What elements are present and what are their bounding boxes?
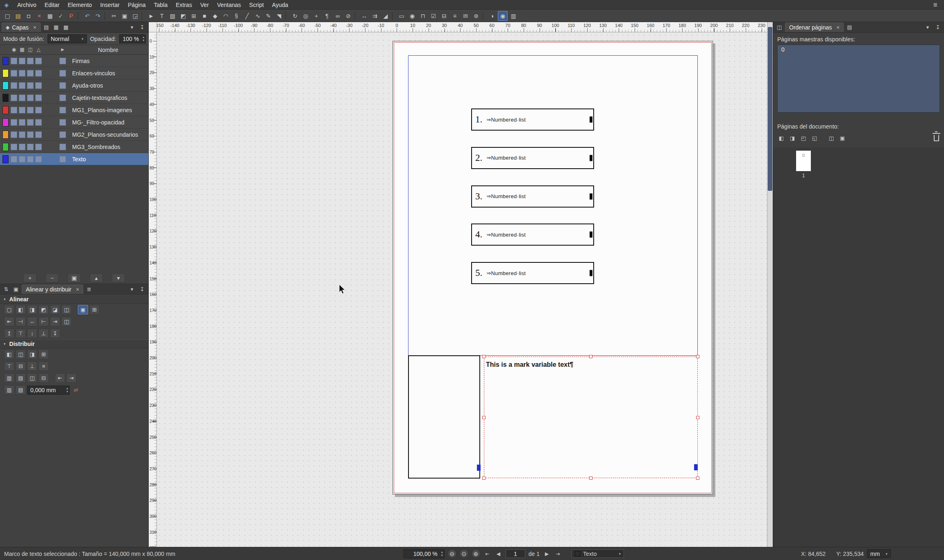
align-centers-vertically[interactable]: ↕ <box>27 329 37 338</box>
center-in-margins-horizontally[interactable]: ◫ <box>27 373 37 383</box>
align-top-to-bottom-of[interactable]: ↧ <box>50 329 60 338</box>
layer-checkbox[interactable] <box>35 82 42 89</box>
layer-checkbox[interactable] <box>19 144 25 150</box>
empty-text-frame[interactable] <box>408 355 480 479</box>
panel-doc-icon[interactable]: ▤ <box>42 23 51 32</box>
selection-handle[interactable] <box>589 355 592 358</box>
layer-checkbox[interactable] <box>19 131 25 138</box>
layer-checkbox[interactable] <box>59 107 66 113</box>
selection-handle[interactable] <box>589 476 592 480</box>
layer-checkbox[interactable] <box>11 82 17 89</box>
layer-checkbox[interactable] <box>19 156 25 163</box>
distribute-section-header[interactable]: ▾ Distribuir <box>0 339 148 348</box>
insert-shape-icon[interactable]: ■ <box>200 11 209 21</box>
insert-line-icon[interactable]: ╱ <box>242 11 252 21</box>
document-pages-area[interactable]: 1 <box>773 147 944 547</box>
distribute-right-sides[interactable]: ◨ <box>27 350 37 359</box>
spacing-columns-icon[interactable]: ▥ <box>4 385 14 395</box>
align-left-to-right-of[interactable]: ⇥ <box>50 317 60 326</box>
selection-handle[interactable] <box>482 355 486 358</box>
spacing-value-input[interactable]: 0,000 mm ▴▾ <box>27 386 70 395</box>
scrollbar-thumb[interactable] <box>768 27 772 191</box>
selection-handle[interactable] <box>696 476 699 480</box>
selection-handle[interactable] <box>482 416 486 419</box>
pdf-radio-button-icon[interactable]: ◉ <box>407 11 417 21</box>
layer-color-swatch[interactable] <box>2 131 9 139</box>
canvas[interactable]: This is a mark variable text¶ 1.⇒Numbere… <box>157 32 767 547</box>
distribute-centers-vertically[interactable]: ⊟ <box>16 361 26 371</box>
preview-mode-icon[interactable]: ◉ <box>498 11 508 21</box>
align-relative-last-selected[interactable]: ◧ <box>16 305 26 314</box>
page-thumbnail[interactable] <box>796 151 811 171</box>
layer-checkbox[interactable] <box>11 144 17 150</box>
link-annotation-icon[interactable]: ⊚ <box>471 11 481 21</box>
duplicate-layer-button[interactable]: ▣ <box>68 273 81 282</box>
chevron-down-icon[interactable]: ▾ <box>127 23 136 32</box>
menu-item-0[interactable]: Archivo <box>13 1 41 9</box>
layer-checkbox[interactable] <box>19 107 25 113</box>
selected-text-frame[interactable]: This is a mark variable text¶ <box>484 357 698 478</box>
zoom-reset-button[interactable]: ⊙ <box>460 549 468 558</box>
toggle-palettes-icon[interactable]: ▥ <box>508 11 518 21</box>
pdf-check-box-icon[interactable]: ☑ <box>429 11 438 21</box>
layer-checkbox[interactable] <box>27 58 34 64</box>
zoom-icon[interactable]: ◎ <box>301 11 311 21</box>
insert-calligraphic-line-icon[interactable]: ◥ <box>274 11 284 21</box>
menu-overflow-icon[interactable]: ≣ <box>931 0 940 9</box>
layer-row[interactable]: Cajetin-textosgraficos <box>0 92 148 104</box>
insert-spiral-icon[interactable]: § <box>231 11 241 21</box>
distribute-h-gaps-equal[interactable]: ▥ <box>4 373 14 383</box>
close-icon[interactable]: × <box>76 286 79 293</box>
double-layout-button[interactable]: ▣ <box>837 133 847 142</box>
layer-checkbox[interactable] <box>19 70 25 77</box>
spacing-rows-icon[interactable]: ▤ <box>16 385 26 395</box>
layer-checkbox[interactable] <box>11 58 17 64</box>
numbered-list-frame[interactable]: 1.⇒Numbered·list <box>471 108 594 131</box>
menu-item-2[interactable]: Elemento <box>64 1 96 9</box>
import-page-button[interactable]: ◨ <box>787 133 797 142</box>
export-pdf-icon[interactable]: P <box>66 11 76 21</box>
center-on-vertical-axis[interactable]: ◫ <box>61 317 72 326</box>
chevron-down-icon[interactable]: ▾ <box>923 23 932 32</box>
menu-item-5[interactable]: Tabla <box>150 1 171 9</box>
selection-handle[interactable] <box>696 355 699 358</box>
layer-checkbox[interactable] <box>59 131 66 138</box>
last-page-button[interactable]: ⇥ <box>554 550 562 558</box>
text-annotation-icon[interactable]: ✉ <box>461 11 470 21</box>
story-editor-icon[interactable]: ¶ <box>322 11 332 21</box>
spinner-arrows[interactable]: ▴▾ <box>143 36 144 42</box>
numbered-list-frame[interactable]: 5.⇒Numbered·list <box>471 262 594 284</box>
tab-ordenar-paginas[interactable]: Ordenar páginas × <box>785 23 844 32</box>
layer-checkbox[interactable] <box>59 144 66 150</box>
pages-settings-icon[interactable]: ▤ <box>845 23 854 32</box>
layer-checkbox[interactable] <box>11 95 17 101</box>
layer-checkbox[interactable] <box>11 107 17 113</box>
align-bottom-to-top-of[interactable]: ↥ <box>4 329 14 338</box>
distribute-horizontal-equal[interactable]: ⊞ <box>39 350 49 359</box>
layer-checkbox[interactable] <box>35 144 42 150</box>
cut-icon[interactable]: ✂ <box>109 11 119 21</box>
align-relative-page[interactable]: ◨ <box>27 305 37 314</box>
numbered-list-frame[interactable]: 2.⇒Numbered·list <box>471 147 594 169</box>
toggle-color-management-icon[interactable]: ◑ <box>487 11 497 21</box>
layer-checkbox[interactable] <box>35 95 42 101</box>
add-layer-button[interactable]: + <box>23 273 36 282</box>
blend-mode-select[interactable]: Normal ▾ <box>48 34 87 43</box>
layer-checkbox[interactable] <box>35 131 42 138</box>
insert-render-frame-icon[interactable]: ◩ <box>178 11 188 21</box>
pdf-list-box-icon[interactable]: ≡ <box>450 11 460 21</box>
measurements-icon[interactable]: ↔ <box>359 11 369 21</box>
file-close-icon[interactable]: × <box>34 11 44 21</box>
layer-color-swatch[interactable] <box>2 106 9 114</box>
rotate-item-icon[interactable]: ↻ <box>290 11 300 21</box>
numbered-list-frame[interactable]: 3.⇒Numbered·list <box>471 185 594 208</box>
insert-arc-icon[interactable]: ◠ <box>221 11 231 21</box>
spinner-arrows[interactable]: ▴▾ <box>441 551 443 557</box>
layer-checkbox[interactable] <box>35 156 42 163</box>
pdf-combo-box-icon[interactable]: ⊟ <box>439 11 449 21</box>
pdf-push-button-icon[interactable]: ▭ <box>397 11 406 21</box>
align-right-to-left-of[interactable]: ⇤ <box>4 317 14 326</box>
spinner-arrows[interactable]: ▴▾ <box>66 387 68 393</box>
layer-checkbox[interactable] <box>11 70 17 77</box>
edit-contents-icon[interactable]: + <box>311 11 321 21</box>
